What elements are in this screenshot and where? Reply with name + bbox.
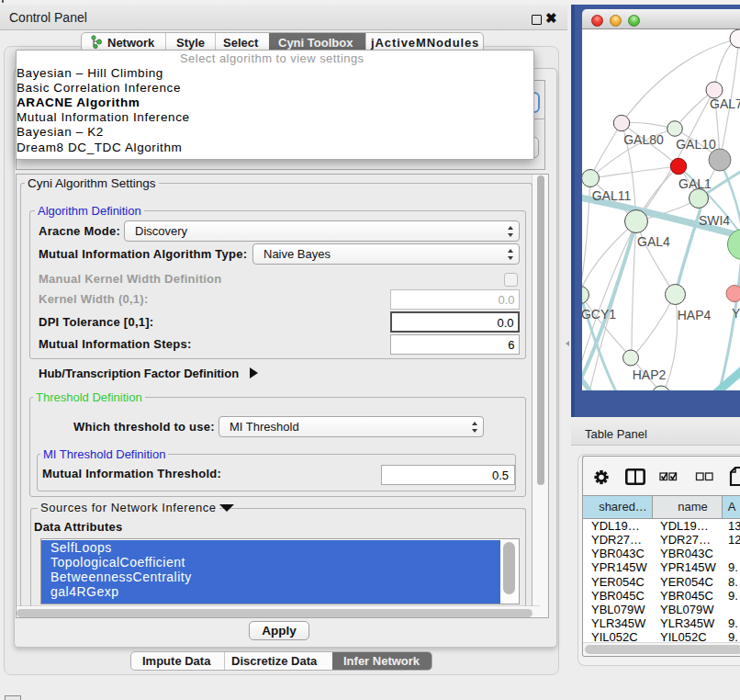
svg-text:GAL10: GAL10 (676, 137, 716, 152)
svg-text:SWI4: SWI4 (699, 213, 730, 228)
svg-text:GAL7: GAL7 (710, 96, 740, 111)
svg-text:GAL80: GAL80 (623, 132, 664, 147)
svg-text:YM: YM (732, 306, 740, 321)
svg-text:GAL4: GAL4 (637, 234, 670, 249)
svg-text:GCY1: GCY1 (582, 307, 616, 322)
svg-text:GAL11: GAL11 (592, 188, 632, 203)
svg-text:HAP4: HAP4 (678, 308, 712, 322)
svg-text:HAP2: HAP2 (633, 367, 667, 382)
svg-text:GAL1: GAL1 (678, 176, 712, 191)
